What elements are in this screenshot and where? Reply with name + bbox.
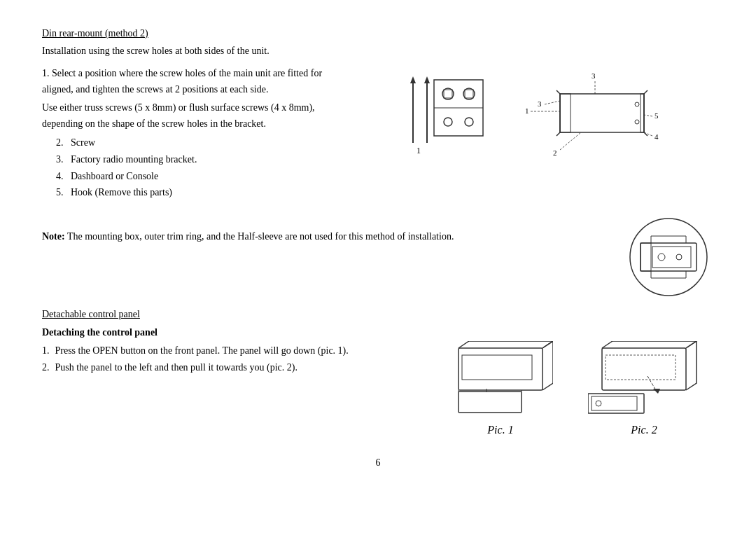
svg-rect-41: [602, 348, 686, 390]
bottom-layout: Detaching the control panel 1. Press the…: [42, 327, 714, 436]
svg-point-29: [635, 120, 639, 124]
pic-2-label: Pic. 2: [631, 424, 657, 436]
diagram-1: 1: [392, 66, 504, 160]
step-2-num: 2.: [42, 359, 50, 376]
svg-rect-5: [444, 90, 452, 98]
svg-point-35: [676, 254, 682, 260]
section1-left: 1. Select a position where the screw hol…: [42, 66, 336, 201]
pic-1-container: Pic. 1: [448, 341, 553, 436]
svg-text:3: 3: [538, 99, 542, 108]
svg-rect-32: [640, 243, 651, 271]
circular-diagram-svg: [623, 215, 714, 299]
svg-rect-14: [560, 94, 570, 132]
detaching-subtitle: Detaching the control panel: [42, 327, 406, 338]
step-2: 2. Push the panel to the left and then p…: [42, 359, 406, 376]
bottom-right: Pic. 1: [434, 327, 714, 436]
pic-2-container: Pic. 2: [588, 341, 700, 436]
pic-2-svg: [588, 341, 700, 418]
bottom-left: Detaching the control panel 1. Press the…: [42, 327, 406, 436]
section1-step1b: Use either truss screws (5 x 8mm) or flu…: [42, 100, 336, 132]
svg-point-30: [630, 219, 707, 296]
diagram-1-svg: 1: [392, 66, 504, 157]
svg-rect-37: [462, 355, 532, 380]
svg-marker-11: [424, 76, 430, 83]
svg-text:5: 5: [654, 111, 659, 120]
note-section: Note: The mounting box, outer trim ring,…: [42, 229, 609, 244]
svg-text:1: 1: [525, 106, 529, 115]
list-item: 5. Hook (Remove this parts): [56, 184, 336, 201]
top-right-diagram: [623, 215, 714, 302]
svg-line-19: [560, 132, 581, 150]
din-rear-mount-section: Din rear-mount (method 2) Installation u…: [42, 28, 714, 201]
svg-point-34: [658, 254, 665, 261]
svg-rect-42: [606, 355, 676, 380]
list-item: 4. Dashboard or Console: [56, 168, 336, 185]
svg-line-27: [644, 115, 652, 116]
svg-point-28: [635, 102, 639, 106]
svg-text:3: 3: [592, 71, 596, 80]
svg-marker-47: [653, 389, 660, 394]
svg-line-23: [545, 101, 560, 104]
svg-text:1: 1: [416, 146, 421, 155]
diagram-2: 1 2 3 3 4: [518, 66, 672, 167]
detachable-section: Detachable control panel Detaching the c…: [42, 309, 714, 436]
step-1: 1. Press the OPEN button on the front pa…: [42, 342, 406, 359]
step-1-text: Press the OPEN button on the front panel…: [55, 342, 349, 359]
section1-diagrams: 1: [350, 66, 714, 201]
svg-rect-31: [640, 243, 696, 271]
svg-rect-13: [560, 94, 644, 132]
svg-rect-44: [592, 396, 637, 410]
svg-point-3: [444, 118, 452, 126]
list-item: 2. Screw: [56, 134, 336, 151]
section1-step1: 1. Select a position where the screw hol…: [42, 66, 336, 97]
section1-intro: Installation using the screw holes at bo…: [42, 43, 714, 59]
page-content: Din rear-mount (method 2) Installation u…: [42, 28, 714, 469]
svg-text:4: 4: [654, 132, 659, 141]
list-item: 3. Factory radio mounting bracket.: [56, 151, 336, 168]
page-number: 6: [42, 457, 714, 469]
step-2-text: Push the panel to the left and then pull…: [55, 359, 298, 376]
step-1-num: 1.: [42, 342, 50, 359]
pics-row: Pic. 1: [448, 341, 700, 436]
diagram-2-svg: 1 2 3 3 4: [518, 66, 672, 164]
svg-text:2: 2: [553, 148, 557, 157]
svg-rect-38: [458, 392, 522, 413]
pic-1-svg: [448, 341, 553, 418]
detachable-title: Detachable control panel: [42, 309, 714, 320]
section1-title: Din rear-mount (method 2): [42, 28, 714, 39]
svg-point-4: [465, 118, 473, 126]
svg-rect-6: [465, 90, 473, 98]
section1-items: 2. Screw 3. Factory radio mounting brack…: [56, 134, 336, 201]
svg-point-45: [596, 401, 601, 406]
svg-marker-9: [410, 76, 416, 83]
detaching-steps: 1. Press the OPEN button on the front pa…: [42, 342, 406, 376]
pic-1-label: Pic. 1: [487, 424, 513, 436]
svg-rect-36: [458, 348, 542, 390]
